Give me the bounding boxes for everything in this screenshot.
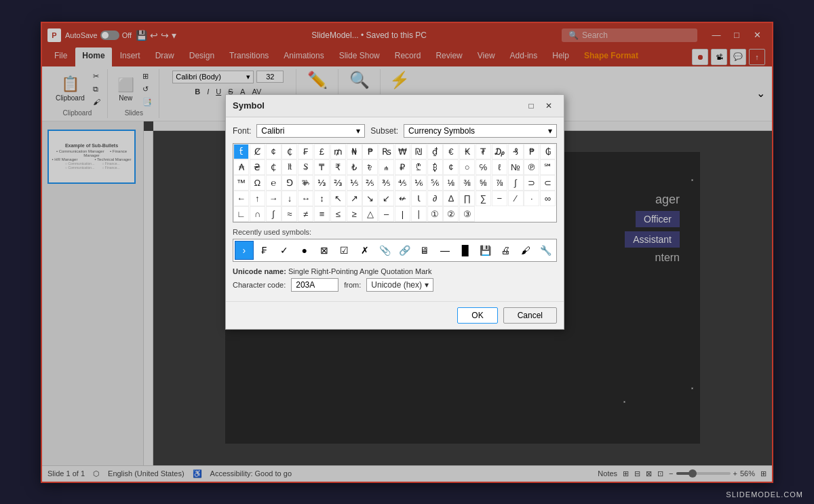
symbol-cell[interactable]: ⊃ [524,175,539,191]
symbol-cell[interactable]: | [395,206,410,222]
symbol-cell[interactable]: Ω [250,175,265,191]
symbol-cell[interactable]: ₪ [411,144,427,159]
symbol-cell[interactable]: ₨ [379,144,394,159]
char-code-input[interactable] [291,278,338,292]
symbol-cell[interactable]: ↖ [330,191,346,206]
symbol-cell[interactable]: ⅞ [492,175,507,191]
ok-button[interactable]: OK [457,307,497,324]
symbol-cell[interactable]: ⊂ [540,175,556,191]
symbol-cell[interactable]: ₦ [347,144,362,159]
symbol-cell[interactable]: ∕ [508,191,524,206]
symbol-cell[interactable]: ⅚ [427,175,443,191]
recent-symbol-cell[interactable]: 🔗 [395,241,414,260]
symbol-cell[interactable]: ℮ [266,175,282,191]
symbol-cell[interactable]: ₵ [282,144,297,159]
symbol-cell[interactable]: ₸ [314,159,330,175]
symbol-cell[interactable]: ₽ [395,159,410,175]
symbol-cell[interactable]: ≥ [347,206,362,222]
symbol-cell[interactable]: ⅖ [362,175,378,191]
symbol-cell[interactable]: ₵ [266,159,282,175]
symbol-cell[interactable]: ₮ [476,144,491,159]
from-dropdown[interactable]: Unicode (hex) ▾ [366,278,433,292]
symbol-cell[interactable]: ₥ [330,144,346,159]
recent-symbol-cell[interactable]: ☑ [335,241,354,260]
symbol-cell[interactable]: ⅜ [459,175,475,191]
symbol-cell[interactable]: ∏ [459,191,475,206]
symbol-cell[interactable]: ∩ [250,206,265,222]
symbol-cell[interactable]: ⅛ [443,175,459,191]
dialog-close-button[interactable]: ✕ [541,99,557,113]
symbol-cell[interactable]: ⅘ [395,175,410,191]
symbol-cell[interactable]: ≡ [314,206,330,222]
symbol-cell[interactable]: ⅌ [298,175,313,191]
symbol-cell[interactable]: ↘ [362,191,378,206]
symbol-cell[interactable]: ↕ [314,191,330,206]
recent-symbol-cell[interactable]: ₣ [255,241,274,260]
symbol-cell[interactable]: ₳ [233,159,249,175]
symbol-cell[interactable]: △ [362,206,378,222]
symbol-cell[interactable]: ₺ [347,159,362,175]
symbol-cell[interactable]: ⅗ [379,175,394,191]
recent-symbol-cell[interactable]: █ [456,241,475,260]
symbol-cell[interactable]: ∫ [266,206,282,222]
recent-symbol-cell[interactable]: 📎 [375,241,394,260]
symbol-cell[interactable]: ② [443,206,459,222]
recent-symbol-cell[interactable]: ● [295,241,314,260]
cancel-button[interactable]: Cancel [503,307,557,324]
symbol-cell[interactable]: ↙ [379,191,394,206]
symbol-cell[interactable]: ₱ [362,144,378,159]
recent-symbol-cell[interactable]: 🔧 [536,241,555,260]
symbol-cell[interactable]: ↗ [347,191,362,206]
symbol-cell[interactable]: ₼ [379,159,394,175]
symbol-cell[interactable]: ₾ [411,159,427,175]
symbol-cell[interactable]: ∂ [427,191,443,206]
symbol-cell[interactable]: ℅ [476,159,491,175]
symbol-cell[interactable]: ∟ [233,206,249,222]
symbol-cell[interactable]: ₹ [330,159,346,175]
symbol-cell[interactable]: ƭ [233,144,249,159]
symbol-cell[interactable]: ℓ [492,159,507,175]
symbol-cell[interactable]: − [492,191,507,206]
symbol-cell[interactable]: ℠ [540,159,556,175]
symbol-cell[interactable]: ₯ [492,144,507,159]
dialog-restore-button[interactable]: □ [523,99,539,113]
symbol-cell[interactable]: ℗ [524,159,539,175]
symbol-cell[interactable]: € [443,144,459,159]
subset-dropdown[interactable]: Currency Symbols ▾ [404,124,557,138]
recent-symbol-cell[interactable]: — [435,241,454,260]
recent-symbol-cell[interactable]: ✗ [355,241,374,260]
recent-symbol-cell[interactable]: ✓ [275,241,294,260]
symbol-cell[interactable]: № [508,159,524,175]
symbol-cell[interactable]: · [524,191,539,206]
symbol-cell[interactable]: ∑ [476,191,491,206]
symbol-cell[interactable]: ¢ [266,144,282,159]
symbol-cell[interactable]: → [266,191,282,206]
symbol-cell[interactable]: ₩ [395,144,410,159]
symbol-cell[interactable]: ≤ [330,206,346,222]
symbol-cell[interactable]: ≈ [282,206,297,222]
symbol-cell[interactable]: ₻ [362,159,378,175]
symbol-cell[interactable]: ₣ [298,144,313,159]
symbol-cell[interactable]: ← [233,191,249,206]
recent-symbol-cell[interactable]: 💾 [476,241,495,260]
symbol-cell[interactable]: ∣ [411,206,427,222]
symbol-cell[interactable]: ₫ [427,144,443,159]
symbol-cell[interactable]: Ɩ [411,191,427,206]
symbol-cell[interactable]: ↑ [250,191,265,206]
symbol-cell[interactable]: ₲ [540,144,556,159]
recent-symbol-cell[interactable]: 🖨 [496,241,515,260]
symbol-cell[interactable]: ③ [459,206,475,222]
symbol-cell[interactable]: ⅙ [411,175,427,191]
symbol-cell[interactable]: ₿ [427,159,443,175]
symbol-cell[interactable]: ≠ [298,206,313,222]
symbol-cell[interactable]: ⅁ [282,175,297,191]
symbol-cell[interactable]: ⅓ [314,175,330,191]
symbol-cell[interactable]: ⅝ [476,175,491,191]
symbol-cell[interactable]: ↓ [282,191,297,206]
symbol-cell[interactable]: ↚ [395,191,410,206]
symbol-cell[interactable]: ₶ [282,159,297,175]
symbol-cell[interactable]: ₱ [524,144,539,159]
recent-symbol-cell[interactable]: 🖌 [516,241,535,260]
symbol-cell[interactable]: ∞ [540,191,556,206]
symbol-cell[interactable]: ↔ [298,191,313,206]
